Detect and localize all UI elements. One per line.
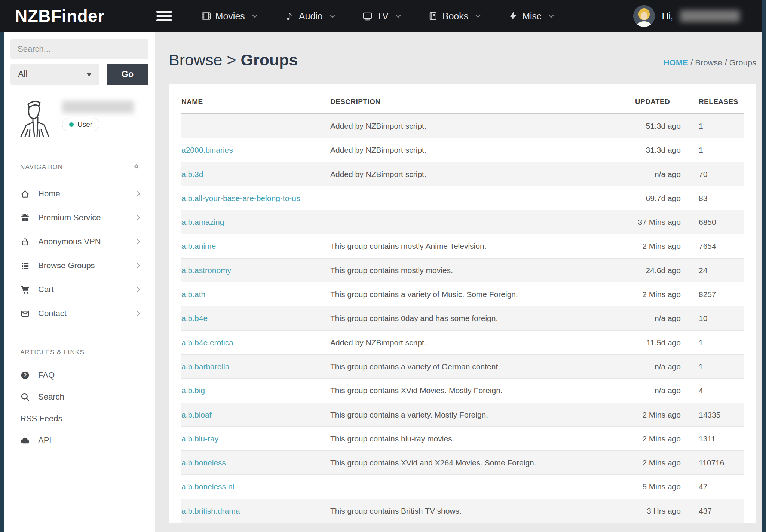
group-name-link[interactable]: a.b.blu-ray bbox=[181, 434, 218, 443]
sidebar-item-label: Anonymous VPN bbox=[38, 237, 136, 247]
sidebar-item-cart[interactable]: Cart bbox=[4, 278, 155, 302]
group-updated: 51.3d ago bbox=[635, 114, 681, 138]
sidebar-item-api[interactable]: API bbox=[4, 429, 155, 451]
user-role-badge: User bbox=[62, 118, 99, 131]
nav-menu-tv[interactable]: TV bbox=[362, 11, 401, 22]
group-releases: 83 bbox=[681, 186, 744, 210]
group-description: This group contains a variety. Mostly Fo… bbox=[330, 403, 635, 426]
group-description: This group contains a variety of Music. … bbox=[330, 282, 635, 306]
group-name-link[interactable]: a.b.amazing bbox=[181, 218, 224, 226]
group-releases: 437 bbox=[681, 499, 744, 523]
nav-menu-misc[interactable]: Misc bbox=[508, 11, 554, 22]
lock-icon bbox=[20, 237, 30, 247]
user-menu[interactable]: Hi, bbox=[633, 5, 740, 27]
group-updated: n/a ago bbox=[635, 162, 681, 186]
group-name-link[interactable]: a.b.big bbox=[181, 386, 205, 395]
group-releases: 110716 bbox=[681, 451, 744, 475]
group-description bbox=[330, 475, 635, 499]
nav-menu-books[interactable]: Books bbox=[428, 11, 481, 22]
envelope-icon bbox=[20, 309, 30, 318]
group-name-link[interactable]: a.b.3d bbox=[181, 170, 203, 178]
category-select[interactable]: All bbox=[10, 64, 99, 85]
sidebar-item-search[interactable]: Search bbox=[4, 386, 155, 408]
chevron-right-icon bbox=[136, 238, 140, 245]
page-frame-right bbox=[762, 0, 766, 532]
group-releases: 6850 bbox=[681, 210, 744, 234]
list-icon bbox=[20, 261, 30, 270]
film-icon bbox=[201, 11, 211, 21]
table-row: a.b.boneless.nl 5 Mins ago 47 bbox=[181, 475, 744, 499]
tv-icon bbox=[362, 11, 373, 21]
group-updated: 2 Mins ago bbox=[635, 234, 681, 258]
chevron-down-icon bbox=[252, 13, 258, 19]
search-input[interactable] bbox=[10, 39, 148, 59]
sidebar-item-rss-feeds[interactable]: RSS Feeds bbox=[4, 408, 155, 429]
nav-menu-label: TV bbox=[377, 11, 389, 22]
question-circle-icon: ? bbox=[20, 370, 30, 380]
group-releases: 14335 bbox=[681, 403, 744, 426]
sidebar-item-label: Browse Groups bbox=[38, 261, 136, 270]
group-description: This group contains mostly movies. bbox=[330, 258, 635, 282]
group-updated: 69.7d ago bbox=[635, 186, 681, 210]
sidebar-item-contact[interactable]: Contact bbox=[4, 302, 155, 325]
groups-table: NAME DESCRIPTION UPDATED RELEASES Added … bbox=[181, 86, 744, 523]
sidebar-item-label: FAQ bbox=[38, 370, 140, 380]
group-name-link[interactable]: a.b.all-your-base-are-belong-to-us bbox=[181, 194, 300, 202]
sidebar-item-browse-groups[interactable]: Browse Groups bbox=[4, 254, 155, 278]
group-name-link[interactable]: a.b.bloaf bbox=[181, 410, 212, 419]
table-row: a.b.anime This group contains mostly Ani… bbox=[181, 234, 744, 258]
username-redacted bbox=[680, 10, 740, 22]
group-description bbox=[330, 186, 635, 210]
table-row: Added by NZBimport script. 51.3d ago 1 bbox=[181, 114, 744, 138]
table-row: a.b.boneless This group contains XVid an… bbox=[181, 451, 744, 475]
table-row: a.b.3d Added by NZBimport script. n/a ag… bbox=[181, 162, 744, 186]
group-description: This group contains XVid and X264 Movies… bbox=[330, 451, 635, 475]
group-name-link[interactable]: a.b.barbarella bbox=[181, 362, 229, 371]
search-icon bbox=[20, 392, 30, 402]
go-button[interactable]: Go bbox=[107, 64, 148, 85]
sidebar-item-premium-service[interactable]: Premium Service bbox=[4, 206, 155, 230]
group-updated: n/a ago bbox=[635, 379, 681, 403]
group-description: Added by NZBimport script. bbox=[330, 330, 635, 354]
group-updated: 2 Mins ago bbox=[635, 403, 681, 426]
cloud-icon bbox=[20, 435, 30, 445]
lightning-icon bbox=[508, 11, 518, 21]
hamburger-menu-icon[interactable] bbox=[154, 9, 174, 24]
book-icon bbox=[428, 11, 438, 21]
articles-section-heading: ARTICLES & LINKS bbox=[20, 349, 140, 356]
group-updated: 3 Hrs ago bbox=[635, 499, 681, 523]
group-releases: 1 bbox=[681, 354, 744, 378]
group-releases: 1 bbox=[681, 138, 744, 162]
site-logo[interactable]: NZBFinder bbox=[15, 6, 105, 26]
group-releases: 7654 bbox=[681, 234, 744, 258]
cart-icon bbox=[20, 285, 30, 294]
group-updated: 2 Mins ago bbox=[635, 451, 681, 475]
table-row: a.b.b4e This group contains 0day and has… bbox=[181, 306, 744, 330]
group-description: This group contains British TV shows. bbox=[330, 499, 635, 523]
table-row: a.b.b4e.erotica Added by NZBimport scrip… bbox=[181, 330, 744, 354]
group-name-link[interactable]: a2000.binaries bbox=[181, 146, 233, 154]
sidebar-item-faq[interactable]: ? FAQ bbox=[4, 364, 155, 386]
sidebar-item-anonymous-vpn[interactable]: Anonymous VPN bbox=[4, 230, 155, 254]
nav-menu-audio[interactable]: Audio bbox=[285, 11, 335, 22]
avatar[interactable] bbox=[633, 5, 655, 27]
sidebar-item-home[interactable]: Home bbox=[4, 182, 155, 206]
caret-down-icon bbox=[86, 73, 92, 76]
group-name-link[interactable]: a.b.b4e.erotica bbox=[181, 338, 233, 347]
group-updated: 24.6d ago bbox=[635, 258, 681, 282]
group-name-link[interactable]: a.b.boneless.nl bbox=[181, 482, 234, 491]
group-name-link[interactable]: a.b.astronomy bbox=[181, 266, 231, 275]
table-row: a.b.all-your-base-are-belong-to-us 69.7d… bbox=[181, 186, 744, 210]
group-name-link[interactable]: a.b.anime bbox=[181, 242, 216, 250]
group-name-link[interactable]: a.b.ath bbox=[181, 290, 205, 299]
group-description: Added by NZBimport script. bbox=[330, 114, 635, 138]
group-updated: 11.5d ago bbox=[635, 330, 681, 354]
group-releases: 1 bbox=[681, 330, 744, 354]
settings-gear-icon[interactable] bbox=[132, 162, 140, 172]
group-name-link[interactable]: a.b.british.drama bbox=[181, 507, 240, 515]
nav-menu-movies[interactable]: Movies bbox=[201, 11, 258, 22]
group-name-link[interactable]: a.b.boneless bbox=[181, 458, 226, 467]
group-name-link[interactable]: a.b.b4e bbox=[181, 314, 208, 322]
breadcrumb-home-link[interactable]: HOME bbox=[664, 58, 688, 67]
table-row: a2000.binaries Added by NZBimport script… bbox=[181, 138, 744, 162]
